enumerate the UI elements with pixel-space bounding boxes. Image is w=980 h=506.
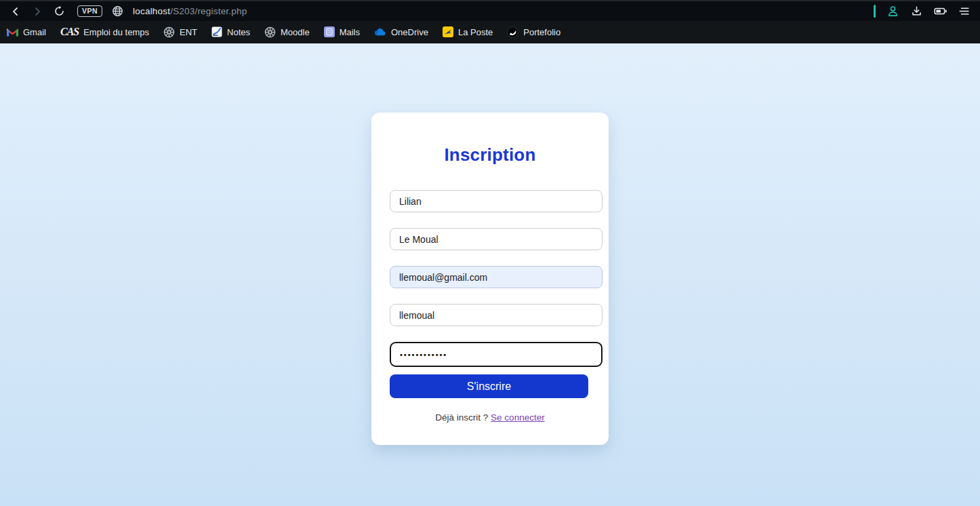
reload-icon: [54, 5, 65, 17]
back-button[interactable]: [7, 3, 24, 20]
back-arrow-icon: [10, 6, 21, 17]
vpn-badge[interactable]: VPN: [77, 5, 102, 18]
bookmark-label: La Poste: [458, 27, 493, 37]
bookmark-label: Portefolio: [523, 27, 560, 37]
bookmark-onedrive[interactable]: OneDrive: [374, 27, 428, 37]
bookmark-label: Gmail: [23, 27, 46, 37]
username-input[interactable]: [390, 304, 603, 326]
bookmark-la-poste[interactable]: La Poste: [443, 26, 493, 37]
downloads-icon[interactable]: [910, 5, 923, 18]
gmail-icon: [7, 27, 18, 37]
globe-icon[interactable]: [112, 5, 123, 17]
bookmark-label: Moodle: [281, 27, 310, 37]
browser-address-bar: VPN localhost/S203/register.php: [0, 0, 980, 21]
portfolio-swirl-icon: [507, 26, 518, 38]
bookmark-notes[interactable]: Notes: [211, 26, 250, 37]
bookmark-label: ENT: [180, 27, 197, 37]
forward-arrow-icon: [32, 6, 43, 17]
forward-button[interactable]: [28, 3, 46, 20]
battery-saver-icon[interactable]: [933, 4, 947, 18]
settings-menu-icon[interactable]: [958, 5, 971, 18]
bookmarks-bar: Gmail CAS Emploi du temps ENT Notes: [0, 21, 980, 43]
la-poste-bird-icon: [443, 26, 453, 37]
url-host: localhost: [133, 6, 170, 16]
last-name-input[interactable]: [390, 228, 603, 250]
submit-button[interactable]: S'inscrire: [390, 374, 588, 398]
login-prompt-text: Déjà inscrit ?: [435, 412, 488, 423]
password-input[interactable]: [390, 342, 603, 367]
bookmark-label: OneDrive: [391, 27, 428, 37]
register-page-background: Inscription S'inscrire Déjà inscrit ? Se…: [0, 43, 980, 506]
extension-indicator-bar[interactable]: [874, 5, 876, 18]
first-name-input[interactable]: [390, 190, 603, 212]
knot-sphere-icon: [264, 26, 276, 38]
notes-icon: [211, 26, 222, 37]
bookmark-label: Notes: [227, 27, 250, 37]
bookmark-moodle[interactable]: Moodle: [264, 26, 310, 38]
bookmark-gmail[interactable]: Gmail: [7, 27, 46, 37]
bookmark-label: Mails: [340, 27, 360, 37]
reload-button[interactable]: [50, 3, 68, 20]
profile-icon[interactable]: [886, 4, 900, 18]
cas-logo-icon: CAS: [60, 26, 79, 38]
register-form: S'inscrire: [390, 190, 609, 398]
register-card: Inscription S'inscrire Déjà inscrit ? Se…: [371, 113, 609, 445]
bookmark-emploi-du-temps[interactable]: CAS Emploi du temps: [60, 26, 149, 38]
url-path: /S203/register.php: [170, 6, 247, 16]
webmail-icon: [324, 26, 335, 37]
bookmark-mails[interactable]: Mails: [324, 26, 360, 37]
bookmark-portefolio[interactable]: Portefolio: [507, 26, 560, 38]
bookmark-label: Emploi du temps: [83, 27, 149, 37]
login-link[interactable]: Se connecter: [491, 412, 545, 423]
knot-sphere-icon: [163, 26, 175, 38]
onedrive-cloud-icon: [374, 28, 386, 36]
url-text[interactable]: localhost/S203/register.php: [133, 6, 247, 16]
login-prompt: Déjà inscrit ? Se connecter: [371, 412, 609, 423]
bookmark-ent[interactable]: ENT: [163, 26, 197, 38]
page-title: Inscription: [371, 144, 609, 166]
email-input[interactable]: [390, 266, 603, 288]
